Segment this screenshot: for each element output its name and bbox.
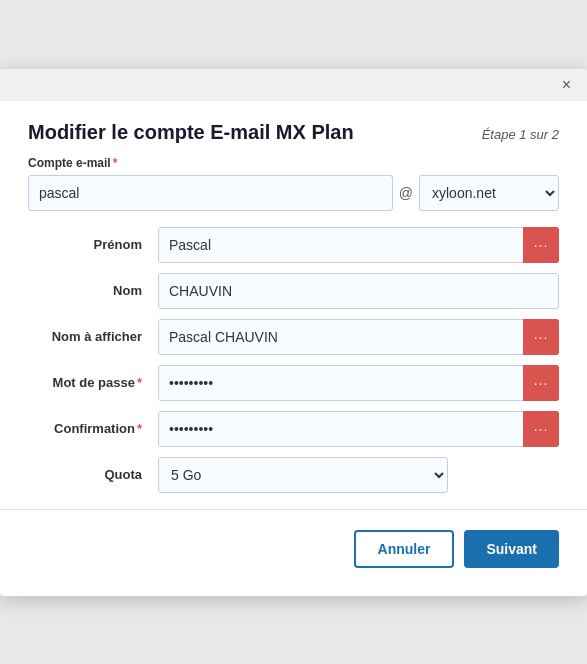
nom-row: Nom — [28, 273, 559, 309]
mot-de-passe-more-button[interactable]: ··· — [523, 365, 559, 401]
email-section: Compte e-mail* @ xyloon.net — [28, 156, 559, 211]
nom-afficher-more-button[interactable]: ··· — [523, 319, 559, 355]
prenom-more-icon: ··· — [534, 237, 549, 253]
domain-select[interactable]: xyloon.net — [419, 175, 559, 211]
modal-top-bar: × — [0, 69, 587, 101]
nom-afficher-label: Nom à afficher — [28, 329, 158, 344]
mot-de-passe-more-icon: ··· — [534, 375, 549, 391]
nom-input[interactable] — [158, 273, 559, 309]
quota-input-wrapper: 5 Go 10 Go 25 Go 50 Go — [158, 457, 559, 493]
nom-input-wrapper — [158, 273, 559, 309]
email-username-input[interactable] — [28, 175, 393, 211]
modal-footer: Annuler Suivant — [0, 526, 587, 576]
confirmation-more-button[interactable]: ··· — [523, 411, 559, 447]
mot-de-passe-input[interactable] — [158, 365, 559, 401]
cancel-button[interactable]: Annuler — [354, 530, 455, 568]
modal-container: × Modifier le compte E-mail MX Plan Étap… — [0, 69, 587, 596]
prenom-row: Prénom ··· — [28, 227, 559, 263]
step-label: Étape 1 sur 2 — [482, 127, 559, 142]
modal-header: Modifier le compte E-mail MX Plan Étape … — [0, 101, 587, 156]
form-body: Compte e-mail* @ xyloon.net Prénom ··· — [0, 156, 587, 493]
prenom-more-button[interactable]: ··· — [523, 227, 559, 263]
confirmation-input-wrapper: ··· — [158, 411, 559, 447]
mot-de-passe-input-wrapper: ··· — [158, 365, 559, 401]
nom-afficher-more-icon: ··· — [534, 329, 549, 345]
prenom-input[interactable] — [158, 227, 559, 263]
email-row: @ xyloon.net — [28, 175, 559, 211]
nom-afficher-row: Nom à afficher ··· — [28, 319, 559, 355]
nom-afficher-input-wrapper: ··· — [158, 319, 559, 355]
next-button[interactable]: Suivant — [464, 530, 559, 568]
prenom-label: Prénom — [28, 237, 158, 252]
nom-afficher-input[interactable] — [158, 319, 559, 355]
at-sign: @ — [399, 185, 413, 201]
email-section-label: Compte e-mail* — [28, 156, 559, 170]
confirmation-input[interactable] — [158, 411, 559, 447]
quota-label: Quota — [28, 467, 158, 482]
footer-divider — [0, 509, 587, 510]
quota-select[interactable]: 5 Go 10 Go 25 Go 50 Go — [158, 457, 448, 493]
nom-label: Nom — [28, 283, 158, 298]
prenom-input-wrapper: ··· — [158, 227, 559, 263]
modal-title: Modifier le compte E-mail MX Plan — [28, 121, 354, 144]
confirmation-more-icon: ··· — [534, 421, 549, 437]
mot-de-passe-row: Mot de passe* ··· — [28, 365, 559, 401]
mot-de-passe-label: Mot de passe* — [28, 375, 158, 390]
close-button[interactable]: × — [558, 75, 575, 95]
confirmation-row: Confirmation* ··· — [28, 411, 559, 447]
confirmation-label: Confirmation* — [28, 421, 158, 436]
quota-row: Quota 5 Go 10 Go 25 Go 50 Go — [28, 457, 559, 493]
